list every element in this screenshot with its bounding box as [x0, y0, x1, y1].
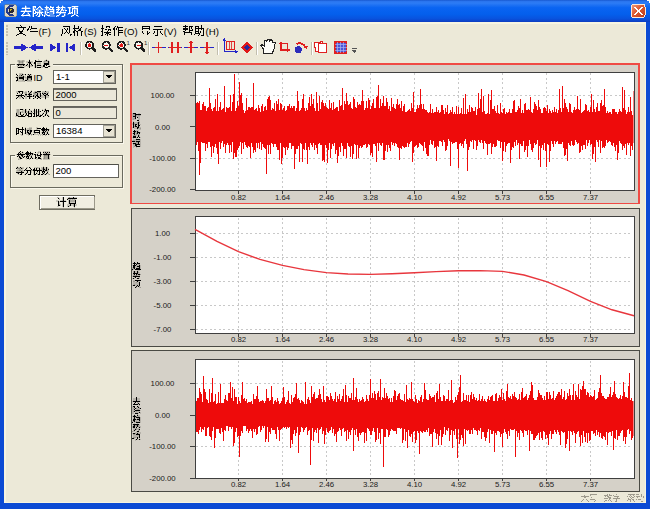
svg-text:1.64: 1.64	[275, 193, 291, 202]
svg-text:5.73: 5.73	[495, 193, 510, 202]
svg-text:4.92: 4.92	[451, 335, 466, 344]
svg-text:(F): (F)	[39, 26, 51, 37]
svg-text:-1.00: -1.00	[154, 253, 172, 262]
svg-text:-100.00: -100.00	[149, 442, 176, 451]
svg-text:2.46: 2.46	[319, 193, 334, 202]
svg-text:2000: 2000	[56, 89, 77, 100]
svg-text:1.00: 1.00	[155, 229, 171, 238]
svg-text:7.37: 7.37	[583, 480, 598, 489]
svg-text:6.55: 6.55	[539, 335, 555, 344]
svg-text:(V): (V)	[164, 26, 177, 37]
svg-text:16384: 16384	[56, 125, 82, 136]
svg-text:100.00: 100.00	[151, 379, 176, 388]
svg-text:3.28: 3.28	[363, 193, 378, 202]
svg-text:2.46: 2.46	[319, 480, 334, 489]
svg-text:(O): (O)	[124, 26, 138, 37]
svg-text:1.64: 1.64	[275, 480, 291, 489]
svg-text:7.37: 7.37	[583, 193, 598, 202]
svg-text:6.55: 6.55	[539, 193, 555, 202]
svg-text:0: 0	[56, 107, 61, 118]
svg-text:2.46: 2.46	[319, 335, 334, 344]
svg-text:3.28: 3.28	[363, 480, 378, 489]
svg-text:6.55: 6.55	[539, 480, 555, 489]
svg-text:-7.00: -7.00	[154, 325, 172, 334]
svg-text:0.82: 0.82	[231, 193, 246, 202]
svg-text:-100.00: -100.00	[149, 154, 176, 163]
svg-text:4.92: 4.92	[451, 480, 466, 489]
svg-text:0.00: 0.00	[155, 123, 171, 132]
svg-text:200: 200	[56, 165, 72, 176]
svg-text:0.82: 0.82	[231, 335, 246, 344]
svg-text:-3.00: -3.00	[154, 277, 172, 286]
svg-text:1-1: 1-1	[56, 71, 70, 82]
svg-text:5.73: 5.73	[495, 480, 510, 489]
svg-text:100.00: 100.00	[151, 91, 176, 100]
svg-text:4.10: 4.10	[407, 480, 423, 489]
svg-text:-200.00: -200.00	[149, 185, 176, 194]
svg-text:(S): (S)	[84, 26, 97, 37]
svg-text:3.28: 3.28	[363, 335, 378, 344]
svg-text:4.10: 4.10	[407, 193, 423, 202]
svg-text:0.82: 0.82	[231, 480, 246, 489]
svg-text:(H): (H)	[206, 26, 219, 37]
svg-text:-5.00: -5.00	[154, 301, 172, 310]
svg-text:4.10: 4.10	[407, 335, 423, 344]
svg-text:0.00: 0.00	[155, 411, 171, 420]
svg-text:ID: ID	[34, 73, 44, 83]
svg-text:5.73: 5.73	[495, 335, 510, 344]
svg-text:-200.00: -200.00	[149, 474, 176, 483]
svg-text:7.37: 7.37	[583, 335, 598, 344]
svg-text:4.92: 4.92	[451, 193, 466, 202]
svg-text:1.64: 1.64	[275, 335, 291, 344]
